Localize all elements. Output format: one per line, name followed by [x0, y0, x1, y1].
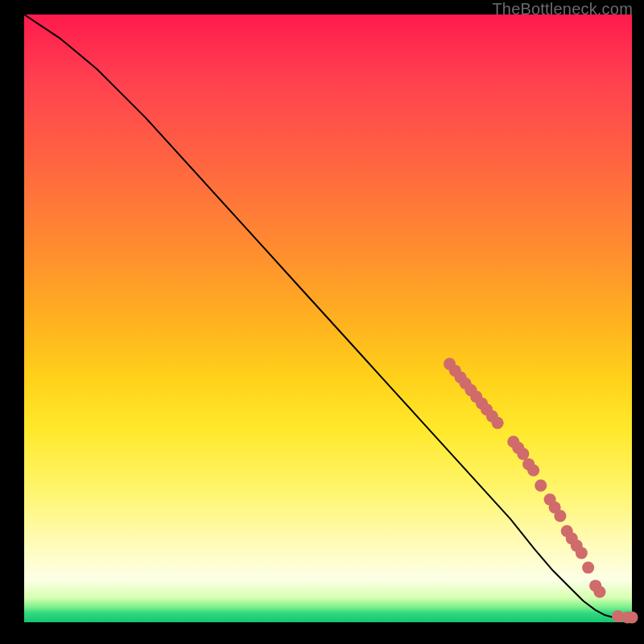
bottleneck-curve: [24, 14, 632, 618]
marker-dot: [554, 510, 566, 522]
bottleneck-points: [444, 358, 638, 624]
marker-dot: [527, 464, 539, 477]
chart-svg: [24, 14, 632, 622]
marker-dot: [492, 417, 504, 429]
watermark-text: TheBottleneck.com: [492, 0, 633, 19]
marker-dot: [517, 448, 529, 460]
marker-dot: [582, 562, 594, 574]
marker-dot: [576, 547, 588, 559]
marker-dot: [593, 586, 605, 598]
chart-frame: TheBottleneck.com: [0, 0, 644, 644]
marker-dot: [625, 611, 638, 623]
marker-dot: [535, 480, 547, 492]
